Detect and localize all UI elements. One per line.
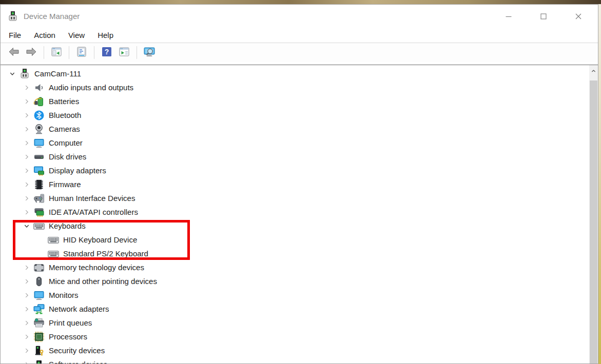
tree-item-label: HID Keyboard Device — [63, 235, 137, 244]
show-action-pane-button[interactable] — [117, 46, 131, 60]
tree-item-camcam-111[interactable]: CamCam-111 — [1, 67, 598, 80]
keyboard-icon — [48, 234, 59, 246]
tree-item-label: Security devices — [49, 346, 105, 355]
toolbar-separator — [69, 46, 69, 59]
properties-button[interactable] — [74, 46, 89, 60]
chevron-right-icon[interactable] — [20, 83, 33, 92]
tree-item-label: Mice and other pointing devices — [49, 277, 157, 286]
display-adapter-icon — [33, 165, 45, 176]
tree-item-disk-drives[interactable]: Disk drives — [1, 150, 598, 164]
tree-item-label: Audio inputs and outputs — [49, 83, 133, 92]
tree-item-firmware[interactable]: Firmware — [1, 177, 598, 191]
properties-icon — [75, 46, 88, 60]
tree-item-label: Firmware — [49, 180, 81, 189]
tree-item-label: Keyboards — [49, 221, 86, 230]
scrollbar-up-button[interactable] — [589, 65, 598, 77]
help-button[interactable]: ? — [100, 46, 114, 60]
security-icon — [33, 345, 45, 356]
chevron-right-icon[interactable] — [20, 332, 33, 341]
chevron-right-icon[interactable] — [20, 360, 33, 364]
chevron-right-icon[interactable] — [20, 125, 33, 134]
window-title: Device Manager — [24, 12, 80, 21]
tree-item-batteries[interactable]: Batteries — [1, 94, 598, 108]
device-tree: CamCam-111Audio inputs and outputsBatter… — [1, 65, 598, 363]
maximize-button[interactable] — [526, 5, 561, 28]
close-button[interactable] — [561, 5, 596, 28]
menu-file[interactable]: File — [9, 31, 21, 39]
tree-item-display-adapters[interactable]: Display adapters — [1, 164, 598, 177]
menu-help[interactable]: Help — [98, 31, 113, 39]
device-manager-window: Device Manager FileActionViewHelp ? CamC… — [0, 4, 598, 364]
scan-for-hardware-changes-button[interactable] — [142, 46, 157, 60]
chevron-right-icon[interactable] — [20, 138, 33, 148]
tree-item-network-adapters[interactable]: Network adapters — [1, 302, 598, 316]
console-tree-icon — [50, 46, 63, 60]
chevron-down-icon[interactable] — [6, 69, 19, 78]
tree-item-label: Batteries — [49, 97, 79, 106]
tree-item-security-devices[interactable]: Security devices — [1, 343, 598, 357]
network-icon — [33, 304, 45, 315]
chevron-right-icon[interactable] — [20, 152, 33, 161]
tree-item-computer[interactable]: Computer — [1, 136, 598, 150]
menu-action[interactable]: Action — [34, 31, 55, 39]
show-console-tree-button[interactable] — [49, 46, 64, 60]
title-bar[interactable]: Device Manager — [1, 5, 598, 28]
tree-item-processors[interactable]: Processors — [1, 330, 598, 343]
battery-icon — [33, 96, 45, 107]
action-pane-icon — [118, 46, 130, 60]
tree-item-label: Software devices — [49, 360, 107, 363]
chevron-right-icon[interactable] — [20, 291, 33, 300]
desktop-background-top — [0, 0, 601, 4]
chevron-right-icon[interactable] — [20, 194, 33, 203]
monitor-icon — [33, 290, 45, 301]
forward-button[interactable] — [24, 46, 38, 60]
processor-icon — [33, 331, 45, 342]
disk-icon — [33, 151, 45, 163]
tree-item-memory-technology-devices[interactable]: Memory technology devices — [1, 260, 598, 274]
tree-item-keyboards[interactable]: Keyboards — [1, 219, 598, 233]
tree-item-cameras[interactable]: Cameras — [1, 122, 598, 136]
menu-view[interactable]: View — [68, 31, 85, 39]
toolbar-separator — [44, 46, 44, 59]
device-tree-panel: CamCam-111Audio inputs and outputsBatter… — [1, 65, 598, 363]
chevron-right-icon[interactable] — [20, 111, 33, 120]
tree-item-label: Display adapters — [49, 166, 106, 175]
tree-item-hid-keyboard-device[interactable]: HID Keyboard Device — [1, 233, 598, 247]
tree-item-bluetooth[interactable]: Bluetooth — [1, 108, 598, 122]
tree-item-software-devices[interactable]: Software devices — [1, 357, 598, 363]
chevron-right-icon[interactable] — [20, 97, 33, 106]
chevron-right-icon[interactable] — [20, 305, 33, 314]
tree-item-ide-ata-atapi-controllers[interactable]: IDE ATA/ATAPI controllers — [1, 205, 598, 219]
scrollbar-thumb[interactable] — [590, 80, 597, 363]
chevron-right-icon[interactable] — [20, 166, 33, 175]
tree-item-human-interface-devices[interactable]: Human Interface Devices — [1, 191, 598, 205]
ide-icon — [33, 207, 45, 218]
window-controls — [491, 5, 598, 28]
computer-icon — [33, 137, 45, 149]
tree-item-audio-inputs-and-outputs[interactable]: Audio inputs and outputs — [1, 80, 598, 94]
tree-item-label: Monitors — [49, 291, 79, 299]
chevron-right-icon[interactable] — [20, 277, 33, 286]
tree-item-print-queues[interactable]: Print queues — [1, 316, 598, 330]
tree-item-mice-and-other-pointing-devices[interactable]: Mice and other pointing devices — [1, 274, 598, 288]
minimize-button[interactable] — [491, 5, 526, 28]
chevron-right-icon[interactable] — [20, 263, 33, 272]
forward-icon — [25, 46, 37, 60]
tree-item-label: Memory technology devices — [49, 263, 144, 272]
keyboard-icon — [33, 220, 45, 232]
chevron-right-icon[interactable] — [20, 318, 33, 328]
back-button[interactable] — [7, 46, 21, 60]
vertical-scrollbar[interactable] — [589, 65, 598, 363]
chevron-right-icon[interactable] — [20, 208, 33, 217]
scan-monitor-icon — [143, 46, 156, 60]
software-icon — [33, 359, 45, 364]
chevron-right-icon[interactable] — [20, 180, 33, 189]
tree-item-standard-ps-2-keyboard[interactable]: Standard PS/2 Keyboard — [1, 247, 598, 260]
tree-item-monitors[interactable]: Monitors — [1, 288, 598, 302]
chevron-spacer — [34, 249, 48, 258]
tree-item-label: Print queues — [49, 318, 92, 327]
chevron-down-icon[interactable] — [20, 221, 33, 231]
bluetooth-icon — [33, 110, 45, 121]
chevron-right-icon[interactable] — [20, 346, 33, 355]
audio-icon — [33, 82, 45, 93]
